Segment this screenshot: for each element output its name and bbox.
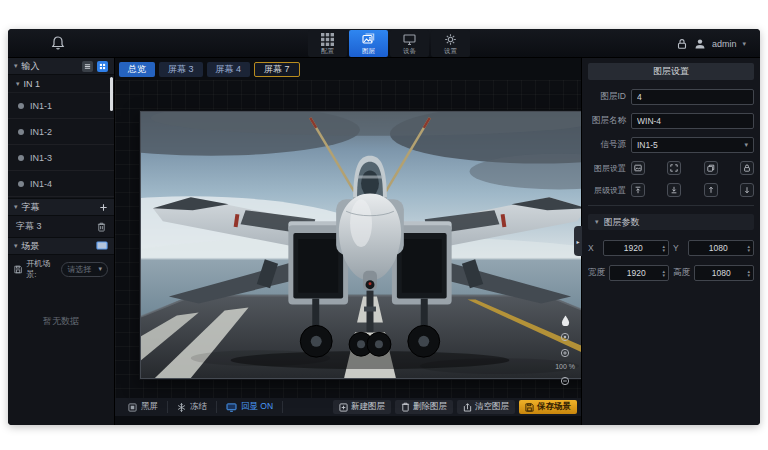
- chevron-down-icon: ▾: [16, 80, 20, 88]
- zoom-out-icon[interactable]: [560, 375, 571, 386]
- tab-screen-3[interactable]: 屏幕 3: [159, 62, 203, 77]
- stepper-carets[interactable]: ▴▾: [747, 244, 753, 252]
- freeze-toggle[interactable]: 冻结: [168, 401, 217, 413]
- layer-settings-panel: ▸ 图层设置 图层ID 图层名称 信号源 IN1-5 ▾ 图层设置: [581, 58, 760, 425]
- layer-tools-row: 图层设置: [588, 161, 754, 175]
- nav-item-layers[interactable]: 图层: [349, 30, 388, 57]
- plus-icon[interactable]: [99, 203, 108, 212]
- list-item[interactable]: IN1-3: [8, 145, 114, 171]
- lock-icon[interactable]: [676, 38, 688, 50]
- copy-tool-button[interactable]: [704, 161, 718, 175]
- bring-to-top-button[interactable]: [631, 183, 645, 197]
- clear-icon: [463, 402, 472, 412]
- clear-layer-button[interactable]: 清空图层: [457, 400, 515, 414]
- boot-scene-row: 开机场景: 请选择 ▾: [8, 255, 114, 283]
- tab-label: 屏幕 3: [168, 63, 194, 76]
- nav-item-device[interactable]: 设备: [390, 30, 429, 57]
- input-group-header[interactable]: ▾ IN 1: [8, 75, 114, 93]
- zoom-level: 100 %: [555, 363, 575, 370]
- list-item[interactable]: IN1-1: [8, 93, 114, 119]
- layer-params-header[interactable]: ▾ 图层参数: [588, 214, 754, 230]
- list-item[interactable]: IN1-2: [8, 119, 114, 145]
- user-area: admin ▾: [676, 29, 746, 58]
- nav-item-settings[interactable]: 设置: [431, 30, 470, 57]
- layer-id-label: 图层ID: [588, 91, 626, 103]
- subtitle-section-header[interactable]: ▾ 字幕: [8, 199, 114, 216]
- move-down-button[interactable]: [740, 183, 754, 197]
- monitor-icon[interactable]: [96, 241, 108, 251]
- chevron-down-icon: ▾: [14, 62, 18, 70]
- tab-screen-4[interactable]: 屏幕 4: [207, 62, 251, 77]
- freeze-label: 冻结: [190, 401, 207, 413]
- user-icon: [694, 38, 706, 50]
- zoom-in-icon[interactable]: [560, 347, 571, 358]
- y-stepper[interactable]: 1080 ▴▾: [688, 240, 754, 256]
- tab-label: 屏幕 7: [264, 63, 290, 76]
- panel-divider: [588, 205, 754, 206]
- user-name[interactable]: admin: [712, 39, 737, 49]
- chevron-down-icon[interactable]: ▾: [742, 40, 746, 48]
- move-up-button[interactable]: [704, 183, 718, 197]
- droplet-icon[interactable]: [560, 315, 571, 326]
- empty-data-text: 暂无数据: [8, 283, 114, 425]
- x-label: X: [588, 243, 599, 253]
- layer-name-input[interactable]: [631, 113, 754, 129]
- subtitle-item[interactable]: 字幕 3: [8, 216, 114, 238]
- stepper-carets[interactable]: ▴▾: [747, 269, 753, 277]
- grid-view-icon[interactable]: [97, 61, 108, 72]
- echo-label: 回显 ON: [241, 401, 273, 413]
- x-stepper[interactable]: 1920 ▴▾: [603, 240, 669, 256]
- signal-dot-icon: [18, 181, 24, 187]
- new-layer-button[interactable]: 新建图层: [333, 400, 391, 414]
- scrollbar-thumb[interactable]: [110, 77, 113, 111]
- image-icon: [634, 164, 642, 172]
- echo-monitor-icon: [226, 403, 237, 412]
- save-scene-label: 保存场景: [537, 401, 571, 413]
- image-tool-button[interactable]: [631, 161, 645, 175]
- scene-section-title: 场景: [22, 240, 40, 253]
- tab-screen-7[interactable]: 屏幕 7: [254, 62, 300, 77]
- chevron-down-icon: ▾: [595, 218, 599, 226]
- echo-toggle[interactable]: 回显 ON: [217, 401, 283, 413]
- layer-id-row: 图层ID: [588, 89, 754, 105]
- input-section-header[interactable]: ▾ 输入: [8, 58, 114, 75]
- tab-overview[interactable]: 总览: [119, 62, 155, 77]
- panel-collapse-handle[interactable]: ▸: [574, 226, 582, 256]
- chevron-down-icon: ▾: [744, 141, 748, 149]
- layer-id-input[interactable]: [631, 89, 754, 105]
- layer-window[interactable]: [140, 111, 600, 379]
- signal-dot-icon: [18, 129, 24, 135]
- boot-scene-select[interactable]: 请选择 ▾: [61, 262, 108, 277]
- black-screen-label: 黑屏: [141, 401, 158, 413]
- tab-label: 总览: [128, 63, 146, 76]
- bell-icon[interactable]: [50, 35, 66, 51]
- trash-icon[interactable]: [97, 222, 106, 232]
- nav-item-config[interactable]: 配置: [308, 30, 347, 57]
- nav-label: 设置: [444, 47, 457, 54]
- layout-canvas[interactable]: 100 %: [115, 80, 581, 398]
- list-view-icon[interactable]: [82, 61, 93, 72]
- stepper-carets[interactable]: ▴▾: [662, 269, 668, 277]
- save-scene-button[interactable]: 保存场景: [519, 400, 577, 414]
- trash-icon: [401, 402, 410, 412]
- send-to-bottom-button[interactable]: [667, 183, 681, 197]
- arrow-down-icon: [743, 186, 751, 194]
- scene-section-header[interactable]: ▾ 场景: [8, 238, 114, 255]
- input-item-label: IN1-3: [30, 153, 52, 163]
- delete-layer-button[interactable]: 删除图层: [395, 400, 453, 414]
- stepper-carets[interactable]: ▴▾: [662, 244, 668, 252]
- workspace: 总览 屏幕 3 屏幕 4 屏幕 7: [115, 58, 581, 425]
- fullscreen-tool-button[interactable]: [667, 161, 681, 175]
- input-section-title: 输入: [22, 60, 40, 73]
- nav-label: 配置: [321, 47, 334, 54]
- lock-tool-button[interactable]: [740, 161, 754, 175]
- disk-icon: [14, 265, 22, 274]
- list-item[interactable]: IN1-4: [8, 171, 114, 197]
- width-stepper[interactable]: 1920 ▴▾: [609, 265, 669, 281]
- signal-dot-icon: [18, 155, 24, 161]
- signal-source-label: 信号源: [588, 139, 626, 151]
- black-screen-toggle[interactable]: 黑屏: [119, 401, 168, 413]
- locate-icon[interactable]: [560, 331, 571, 342]
- height-stepper[interactable]: 1080 ▴▾: [694, 265, 754, 281]
- signal-source-select[interactable]: IN1-5 ▾: [631, 137, 754, 153]
